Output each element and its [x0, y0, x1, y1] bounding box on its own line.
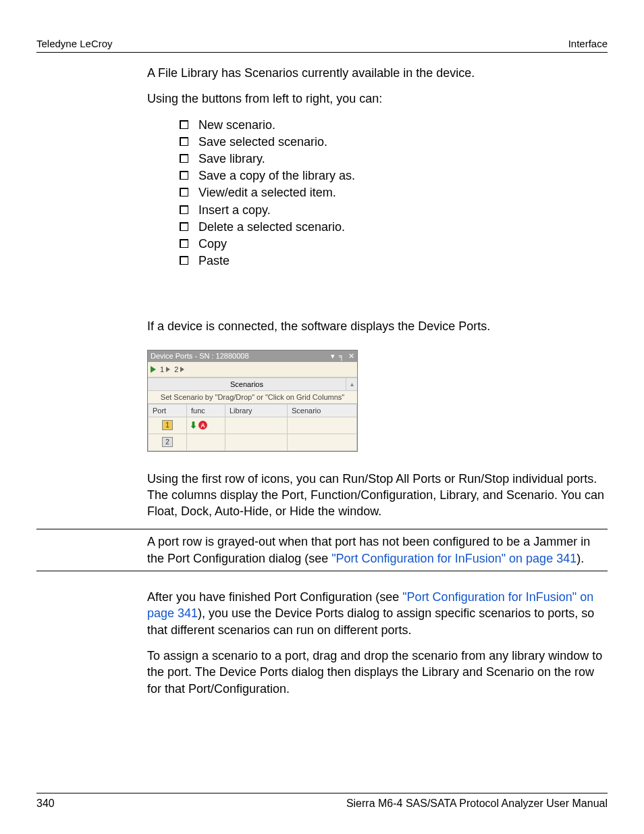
paragraph: If a device is connected, the software d…	[147, 318, 608, 334]
table-row[interactable]: 1 ⬇ A	[149, 417, 357, 434]
cross-ref-link[interactable]: "Port Configuration for InFusion" on pag…	[331, 552, 576, 565]
col-port[interactable]: Port	[149, 404, 187, 417]
paragraph: After you have finished Port Configurati…	[147, 589, 608, 638]
list-item: Insert a copy.	[180, 202, 608, 219]
close-icon[interactable]: ✕	[348, 352, 354, 361]
play-port-2-icon[interactable]	[180, 367, 184, 372]
port-badge: 2	[162, 437, 173, 447]
list-item: Paste	[180, 253, 608, 269]
func-badge: A	[198, 421, 207, 429]
footer-title: Sierra M6-4 SAS/SATA Protocol Analyzer U…	[346, 798, 608, 810]
list-item: Save library.	[180, 151, 608, 167]
col-func[interactable]: func	[187, 404, 225, 417]
table-row[interactable]: 2	[149, 434, 357, 450]
window-toolbar: 1 2	[148, 362, 357, 377]
list-item: View/edit a selected item.	[180, 184, 608, 201]
pin-icon[interactable]: ╕	[339, 352, 344, 360]
col-library[interactable]: Library	[225, 404, 288, 417]
jammer-icon: ⬇	[190, 420, 197, 430]
header-right: Interface	[568, 38, 608, 49]
play-all-icon[interactable]	[151, 366, 156, 373]
scenario-cell[interactable]	[288, 434, 357, 450]
list-item: Save selected scenario.	[180, 134, 608, 151]
port-2-label: 2	[174, 365, 178, 373]
list-item: Delete a selected scenario.	[180, 219, 608, 236]
note-box: A port row is grayed-out when that port …	[36, 529, 608, 571]
scenario-hint: Set Scenario by "Drag/Drop" or "Click on…	[148, 391, 357, 404]
port-badge: 1	[162, 420, 173, 430]
menu-dropdown-icon[interactable]: ▾	[331, 352, 335, 361]
library-cell[interactable]	[225, 434, 288, 450]
paragraph: Using the first row of icons, you can Ru…	[147, 471, 608, 520]
library-cell[interactable]	[225, 417, 288, 434]
note-text-end: ).	[576, 552, 584, 565]
window-titlebar[interactable]: Device Ports - SN : 12880008 ▾ ╕ ✕	[148, 350, 357, 362]
port-1-label: 1	[160, 365, 164, 373]
list-item: Save a copy of the library as.	[180, 167, 608, 184]
paragraph-text: ), you use the Device Ports dialog to as…	[147, 606, 594, 636]
func-cell	[187, 434, 225, 450]
window-title-text: Device Ports - SN : 12880008	[151, 352, 331, 360]
device-ports-screenshot: Device Ports - SN : 12880008 ▾ ╕ ✕ 1 2 S…	[147, 350, 608, 452]
scenario-cell[interactable]	[288, 417, 357, 434]
header-left: Teledyne LeCroy	[36, 38, 113, 49]
collapse-icon[interactable]: ▴	[346, 378, 357, 391]
page-footer: 340 Sierra M6-4 SAS/SATA Protocol Analyz…	[36, 793, 608, 810]
page-number: 340	[36, 798, 55, 810]
main-content: A File Library has Scenarios currently a…	[147, 65, 608, 697]
paragraph-text: After you have finished Port Configurati…	[147, 590, 402, 604]
page-header: Teledyne LeCroy Interface	[36, 38, 608, 53]
list-item: Copy	[180, 236, 608, 253]
paragraph: Using the buttons from left to right, yo…	[147, 90, 608, 107]
paragraph: A File Library has Scenarios currently a…	[147, 65, 608, 81]
list-item: New scenario.	[180, 117, 608, 134]
paragraph: To assign a scenario to a port, drag and…	[147, 648, 608, 697]
bullet-list: New scenario. Save selected scenario. Sa…	[180, 117, 608, 270]
scenarios-header: Scenarios	[148, 378, 346, 391]
device-ports-window: Device Ports - SN : 12880008 ▾ ╕ ✕ 1 2 S…	[147, 350, 358, 452]
play-port-1-icon[interactable]	[166, 367, 170, 372]
ports-table: Port func Library Scenario 1 ⬇ A	[148, 404, 357, 451]
col-scenario[interactable]: Scenario	[288, 404, 357, 417]
